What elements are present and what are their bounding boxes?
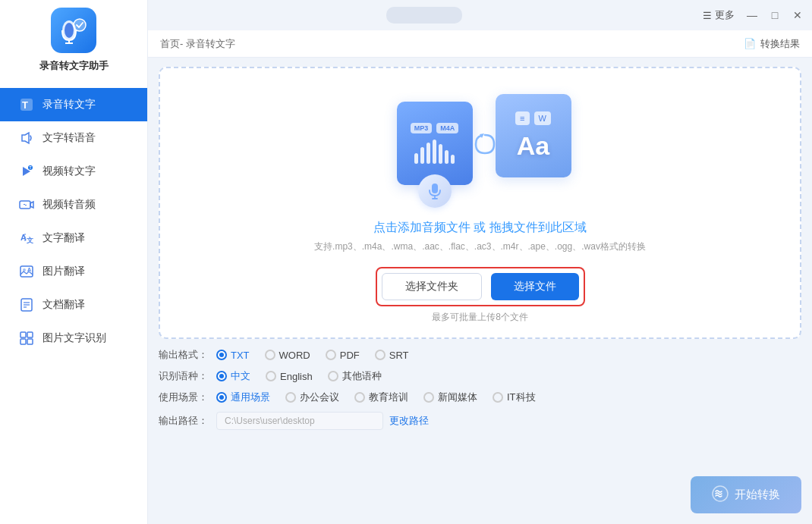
breadcrumb: 首页- 录音转文字: [160, 37, 235, 51]
sidebar-item-speech-to-text[interactable]: T 录音转文字: [0, 88, 147, 121]
radio-en-dot: [266, 371, 276, 381]
language-row: 识别语种： 中文 English 其他语种: [159, 369, 801, 383]
drop-zone-wrapper: MP3 M4A: [148, 58, 812, 339]
speech-to-text-icon: T: [18, 96, 35, 113]
svg-rect-22: [20, 332, 26, 337]
svg-text:文: 文: [27, 237, 33, 244]
wave-4: [433, 140, 436, 164]
titlebar-actions: ☰ 更多 — □ ✕: [703, 8, 803, 22]
options-bar: 输出格式： TXT WORD PDF: [148, 339, 812, 430]
language-label: 识别语种：: [159, 369, 210, 383]
start-btn-area: 开始转换: [691, 476, 801, 513]
select-file-button[interactable]: 选择文件: [491, 273, 579, 300]
drop-zone[interactable]: MP3 M4A: [159, 67, 801, 339]
app-name: 录音转文字助手: [39, 59, 109, 73]
wave-5: [439, 144, 442, 164]
change-path-button[interactable]: 更改路径: [389, 414, 429, 428]
sidebar-item-label-4: 文字翻译: [42, 231, 85, 245]
scene-row: 使用场景： 通用场景 办公会议 教育培训: [159, 391, 801, 404]
scene-general[interactable]: 通用场景: [216, 391, 270, 404]
text-box-icons: ≡ W: [515, 111, 551, 125]
sidebar-item-label-0: 录音转文字: [42, 98, 96, 111]
svg-point-1: [65, 23, 74, 38]
scene-it[interactable]: IT科技: [493, 391, 536, 404]
convert-arrow: [471, 130, 499, 158]
scene-news[interactable]: 新闻媒体: [423, 391, 477, 404]
sidebar-item-label-2: 视频转文字: [42, 165, 96, 178]
format-srt[interactable]: SRT: [375, 350, 409, 361]
convert-result-button[interactable]: 📄 转换结果: [744, 37, 800, 51]
file-chip-mp3: MP3: [411, 123, 433, 133]
sidebar-item-video-to-audio[interactable]: 视频转音频: [0, 188, 147, 221]
start-convert-button[interactable]: 开始转换: [691, 476, 801, 513]
wave-6: [445, 150, 448, 164]
more-button[interactable]: ☰ 更多: [703, 8, 735, 22]
main-content: MP3 M4A: [148, 58, 812, 524]
sidebar-item-label-7: 图片文字识别: [42, 331, 106, 345]
svg-point-4: [74, 19, 86, 31]
breadcrumb-bar: 首页- 录音转文字 📄 转换结果: [148, 30, 812, 58]
lang-zh[interactable]: 中文: [216, 369, 250, 383]
video-to-text-icon: T: [18, 163, 35, 180]
drop-title[interactable]: 点击添加音频文件 或 拖拽文件到此区域: [373, 220, 587, 236]
audio-file-chips: MP3 M4A: [411, 123, 459, 133]
sidebar-item-video-to-text[interactable]: T 视频转文字: [0, 155, 147, 188]
output-format-label: 输出格式：: [159, 348, 210, 362]
doc-icon-chip: ≡: [515, 111, 529, 125]
svg-point-16: [23, 268, 26, 271]
file-icon: 📄: [744, 38, 756, 49]
radio-news-dot: [423, 392, 434, 403]
sidebar: 录音转文字助手 T 录音转文字 文字转语音: [0, 0, 148, 524]
sidebar-item-label-6: 文档翻译: [42, 298, 85, 312]
sidebar-item-text-to-speech[interactable]: 文字转语音: [0, 121, 147, 155]
sidebar-item-text-translate[interactable]: A 文 文字翻译: [0, 221, 147, 255]
start-convert-label: 开始转换: [735, 488, 780, 502]
svg-marker-11: [30, 202, 33, 208]
menu-icon: ☰: [703, 10, 712, 21]
sidebar-item-doc-translate[interactable]: 文档翻译: [0, 288, 147, 322]
minimize-button[interactable]: —: [747, 10, 757, 20]
radio-srt-dot: [375, 350, 386, 360]
radio-it-label: IT科技: [507, 391, 536, 404]
text-translate-icon: A 文: [18, 230, 35, 246]
scene-edu[interactable]: 教育培训: [354, 391, 408, 404]
image-ocr-icon: [18, 330, 35, 347]
drop-buttons-wrapper: 选择文件夹 选择文件: [376, 267, 585, 306]
aa-text: Aa: [517, 131, 549, 161]
path-input[interactable]: [216, 412, 383, 430]
svg-rect-24: [20, 339, 26, 344]
output-format-group: TXT WORD PDF SRT: [216, 350, 409, 361]
audio-box: MP3 M4A: [397, 102, 473, 185]
svg-text:A: A: [20, 233, 27, 242]
lang-other[interactable]: 其他语种: [328, 369, 382, 383]
close-button[interactable]: ✕: [792, 10, 803, 20]
format-txt[interactable]: TXT: [216, 350, 250, 361]
start-icon: [712, 485, 729, 504]
titlebar-center-placeholder: [386, 7, 462, 24]
radio-txt-label: TXT: [231, 350, 250, 361]
wave-7: [451, 155, 455, 164]
scene-office[interactable]: 办公会议: [285, 391, 339, 404]
radio-office-dot: [285, 392, 296, 403]
wave-3: [426, 143, 430, 164]
radio-pdf-dot: [326, 350, 336, 360]
format-word[interactable]: WORD: [265, 350, 310, 361]
scene-label: 使用场景：: [159, 391, 210, 404]
audio-waves: [414, 140, 455, 164]
main-area: ☰ 更多 — □ ✕ 首页- 录音转文字 📄 转换结果 M: [148, 0, 812, 524]
radio-pdf-label: PDF: [340, 350, 360, 361]
radio-edu-label: 教育培训: [369, 391, 408, 404]
svg-rect-25: [27, 339, 33, 344]
radio-office-label: 办公会议: [300, 391, 339, 404]
radio-general-dot: [216, 392, 227, 403]
sidebar-item-image-translate[interactable]: A 图片翻译: [0, 255, 147, 288]
format-pdf[interactable]: PDF: [326, 350, 360, 361]
radio-word-label: WORD: [279, 350, 310, 361]
language-group: 中文 English 其他语种: [216, 369, 382, 383]
sidebar-item-image-ocr[interactable]: 图片文字识别: [0, 322, 147, 355]
maximize-button[interactable]: □: [770, 10, 780, 20]
select-folder-button[interactable]: 选择文件夹: [382, 273, 482, 300]
drop-subtitle: 支持.mp3、.m4a、.wma、.aac、.flac、.ac3、.m4r、.a…: [314, 240, 646, 253]
radio-srt-label: SRT: [389, 350, 409, 361]
lang-en[interactable]: English: [266, 371, 313, 382]
